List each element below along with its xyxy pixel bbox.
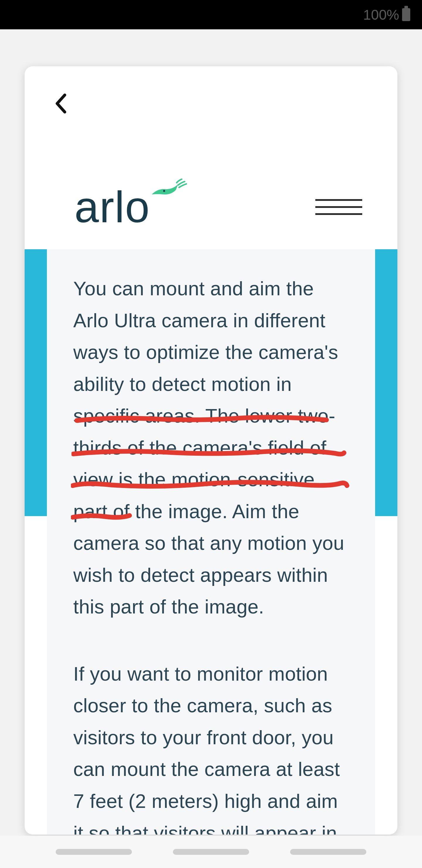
brand-logo[interactable]: arlo: [74, 185, 150, 229]
brand-wordmark: arlo: [74, 185, 150, 229]
battery-percent: 100%: [363, 7, 399, 23]
hummingbird-icon: [149, 177, 187, 200]
status-bar: 100%: [0, 0, 422, 29]
paragraph-2: If you want to monitor motion closer to …: [73, 658, 349, 835]
hamburger-line: [315, 199, 362, 201]
hamburger-line: [315, 206, 362, 208]
nav-home-button[interactable]: [173, 849, 249, 855]
nav-back-button[interactable]: [290, 849, 366, 855]
nav-recent-button[interactable]: [56, 849, 132, 855]
paragraph-1: You can mount and aim the Arlo Ultra cam…: [73, 273, 349, 623]
hamburger-line: [315, 213, 362, 215]
back-button[interactable]: [51, 93, 71, 114]
chevron-left-icon: [55, 93, 67, 114]
menu-button[interactable]: [313, 196, 365, 218]
main-card: arlo You can mount and aim the Arlo Ultr…: [25, 66, 397, 835]
svg-point-0: [163, 190, 165, 192]
article-content: You can mount and aim the Arlo Ultra cam…: [47, 249, 375, 835]
system-nav-bar: [0, 836, 422, 868]
site-header: arlo: [25, 169, 397, 245]
battery-icon: [402, 8, 410, 21]
